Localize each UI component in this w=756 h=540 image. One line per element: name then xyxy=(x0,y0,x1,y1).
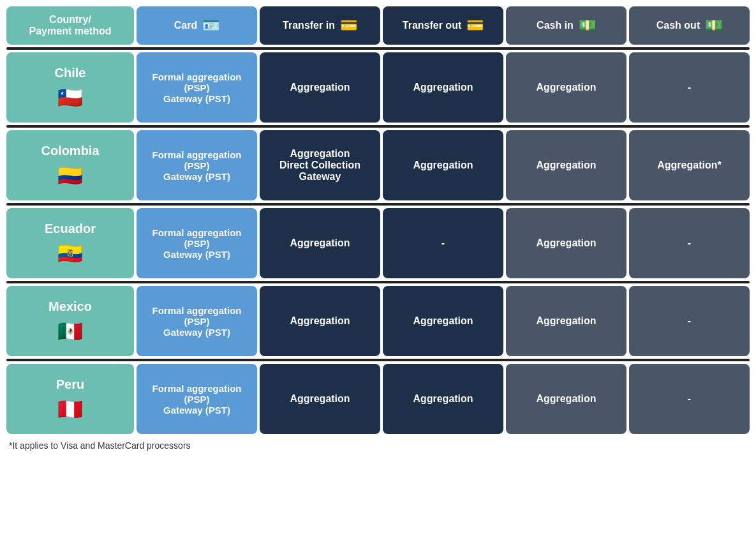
transfer-in-cell: Aggregation xyxy=(260,364,380,434)
cash-out-cell: - xyxy=(629,52,750,123)
country-cell-chile: Chile 🇨🇱 xyxy=(6,52,134,123)
header-cash-in-label: Cash in xyxy=(537,20,574,31)
cash-out-icon: 💵 xyxy=(705,17,722,34)
card-cell: Formal aggregation (PSP) Gateway (PST) xyxy=(137,364,257,434)
flag-icon: 🇲🇽 xyxy=(57,319,83,343)
transfer-out-cell: Aggregation xyxy=(383,52,503,123)
transfer-out-cell: - xyxy=(383,208,503,278)
divider-1 xyxy=(6,203,750,206)
country-name: Peru xyxy=(56,377,84,392)
table-header: Country/ Payment method Card 🪪 Transfer … xyxy=(6,6,750,45)
flag-icon: 🇨🇴 xyxy=(57,163,83,188)
header-country-label: Country/ Payment method xyxy=(29,14,112,37)
table-row: Colombia 🇨🇴 Formal aggregation (PSP) Gat… xyxy=(6,130,750,200)
divider-2 xyxy=(6,281,750,283)
country-name: Ecuador xyxy=(45,221,96,236)
divider-3 xyxy=(6,359,750,361)
card-cell: Formal aggregation (PSP) Gateway (PST) xyxy=(137,130,257,200)
cash-in-cell: Aggregation xyxy=(506,364,626,434)
transfer-in-cell: Aggregation xyxy=(260,286,380,356)
transfer-out-cell: Aggregation xyxy=(383,130,503,200)
card-cell: Formal aggregation (PSP) Gateway (PST) xyxy=(137,52,257,123)
card-icon: 🪪 xyxy=(202,17,219,34)
table-row: Chile 🇨🇱 Formal aggregation (PSP) Gatewa… xyxy=(6,52,750,123)
payment-methods-table: Country/ Payment method Card 🪪 Transfer … xyxy=(6,6,750,451)
country-name: Mexico xyxy=(48,299,92,314)
cash-in-cell: Aggregation xyxy=(506,130,626,200)
divider-0 xyxy=(6,125,750,128)
header-transfer-out: Transfer out 💳 xyxy=(383,6,503,45)
transfer-in-cell: Aggregation xyxy=(260,208,380,278)
transfer-in-icon: 💳 xyxy=(340,17,357,34)
cash-in-cell: Aggregation xyxy=(506,208,626,278)
table-row: Mexico 🇲🇽 Formal aggregation (PSP) Gatew… xyxy=(6,286,750,356)
card-cell: Formal aggregation (PSP) Gateway (PST) xyxy=(137,286,257,356)
cash-out-cell: Aggregation* xyxy=(629,130,750,200)
card-cell: Formal aggregation (PSP) Gateway (PST) xyxy=(137,208,257,278)
country-name: Colombia xyxy=(41,144,99,158)
cash-out-cell: - xyxy=(629,364,750,434)
header-transfer-in: Transfer in 💳 xyxy=(260,6,380,45)
table-row: Ecuador 🇪🇨 Formal aggregation (PSP) Gate… xyxy=(6,208,750,278)
flag-icon: 🇪🇨 xyxy=(57,241,83,266)
transfer-in-cell: Aggregation Direct Collection Gateway xyxy=(260,130,380,200)
cash-out-cell: - xyxy=(629,286,750,356)
header-card-label: Card xyxy=(174,20,197,31)
header-cash-out-label: Cash out xyxy=(656,20,700,31)
transfer-out-cell: Aggregation xyxy=(383,286,503,356)
table-row: Peru 🇵🇪 Formal aggregation (PSP) Gateway… xyxy=(6,364,750,434)
header-cash-in: Cash in 💵 xyxy=(506,6,626,45)
footnote: *It applies to Visa and MasterCard proce… xyxy=(6,440,750,451)
country-cell-mexico: Mexico 🇲🇽 xyxy=(6,286,134,356)
country-cell-peru: Peru 🇵🇪 xyxy=(6,364,134,434)
header-transfer-in-label: Transfer in xyxy=(283,20,335,31)
header-card: Card 🪪 xyxy=(137,6,257,45)
transfer-in-cell: Aggregation xyxy=(260,52,380,123)
transfer-out-cell: Aggregation xyxy=(383,364,503,434)
country-cell-ecuador: Ecuador 🇪🇨 xyxy=(6,208,134,278)
cash-out-cell: - xyxy=(629,208,750,278)
flag-icon: 🇵🇪 xyxy=(57,397,83,421)
transfer-out-icon: 💳 xyxy=(466,17,484,34)
cash-in-cell: Aggregation xyxy=(506,52,626,123)
header-cash-out: Cash out 💵 xyxy=(629,6,750,45)
country-name: Chile xyxy=(55,66,86,80)
cash-in-icon: 💵 xyxy=(579,17,596,34)
country-cell-colombia: Colombia 🇨🇴 xyxy=(6,130,134,200)
header-country: Country/ Payment method xyxy=(6,6,134,45)
cash-in-cell: Aggregation xyxy=(506,286,626,356)
divider-top xyxy=(6,47,750,50)
header-transfer-out-label: Transfer out xyxy=(403,20,461,31)
table-body: Chile 🇨🇱 Formal aggregation (PSP) Gatewa… xyxy=(6,52,750,434)
flag-icon: 🇨🇱 xyxy=(57,86,83,110)
